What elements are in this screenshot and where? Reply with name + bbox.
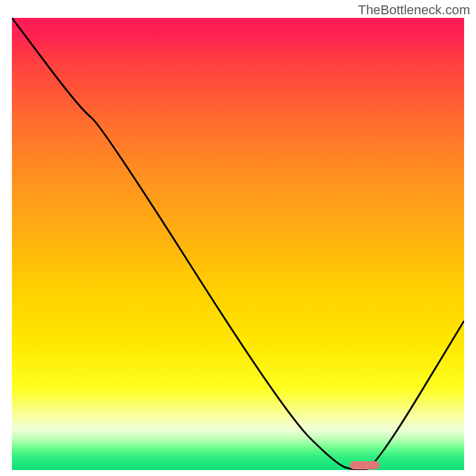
optimal-point-marker xyxy=(350,461,380,469)
bottleneck-curve-path xyxy=(12,18,464,470)
watermark-label: TheBottleneck.com xyxy=(358,2,470,18)
bottleneck-chart xyxy=(12,18,464,470)
chart-line-layer xyxy=(12,18,464,470)
